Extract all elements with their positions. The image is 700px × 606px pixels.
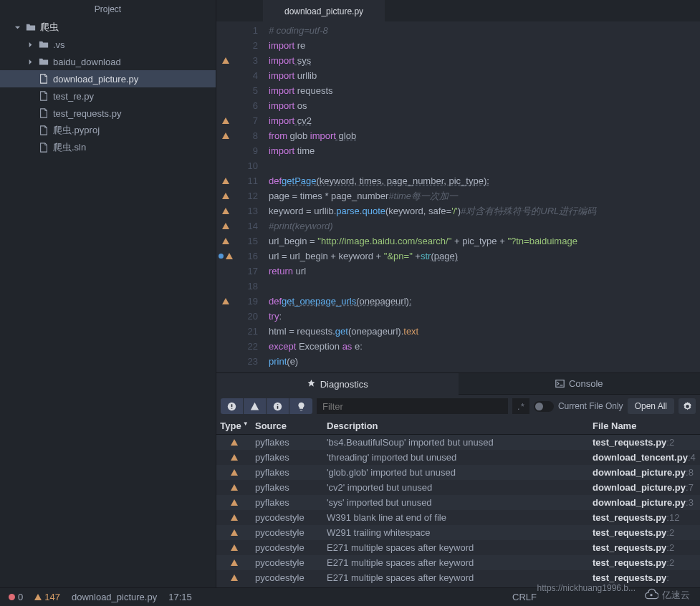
warning-icon [222,133,229,139]
status-errors[interactable]: 0 [9,592,23,602]
folder-icon [25,22,36,33]
warning-icon [222,178,229,184]
status-warnings[interactable]: 147 [34,592,60,602]
warning-icon [250,402,259,411]
table-row[interactable]: pyflakes'bs4.BeautifulSoup' imported but… [216,435,700,450]
file-icon [38,91,49,102]
tree-item[interactable]: test_requests.py [0,105,216,122]
header-filename[interactable]: File Name [585,420,700,431]
hint-icon [297,402,306,411]
cloud-icon [644,588,658,602]
warning-icon [222,298,229,304]
warning-icon [231,469,238,476]
modified-icon [219,254,224,259]
warning-icon [231,559,238,566]
editor-tab-active[interactable]: download_picture.py [263,0,385,21]
chevron-icon [27,110,34,117]
editor-pane: download_picture.py 12345678910111213141… [216,0,700,587]
tree-label: 爬虫.sln [53,141,86,154]
diagnostics-icon [307,380,316,389]
warning-icon [231,544,238,551]
file-icon [38,143,49,153]
table-row[interactable]: pyflakes'glob.glob' imported but unusedd… [216,465,700,480]
header-source[interactable]: Source [252,420,324,431]
project-sidebar: Project 爬虫.vsbaidu_downloaddownload_pict… [0,0,216,587]
chevron-icon [27,145,34,151]
gear-icon [683,402,692,411]
status-time: 17:15 [168,592,192,602]
tree-item[interactable]: test_re.py [0,87,216,105]
tree-label: download_picture.py [53,74,138,85]
tree-label: 爬虫.pyproj [53,124,100,137]
info-icon [273,402,282,411]
filter-hint-button[interactable] [289,398,312,414]
header-description[interactable]: Description [324,420,585,431]
tree-item[interactable]: baidu_download [0,53,216,70]
current-file-toggle[interactable] [534,401,554,412]
warning-icon [231,574,238,581]
svg-rect-0 [556,380,564,388]
chevron-icon [27,93,34,100]
filter-warnings-button[interactable] [244,398,267,414]
svg-point-3 [650,594,652,596]
editor-tabs: download_picture.py [216,0,700,21]
table-row[interactable]: pycodestyleW391 blank line at end of fil… [216,510,700,525]
table-row[interactable]: pyflakes'sys' imported but unuseddownloa… [216,495,700,510]
settings-button[interactable] [679,398,696,414]
warning-icon [222,117,229,124]
table-row[interactable]: pyflakes'cv2' imported but unuseddownloa… [216,480,700,495]
file-tree: 爬虫.vsbaidu_downloaddownload_picture.pyte… [0,19,216,587]
warning-icon [222,223,229,229]
code-editor[interactable]: 1234567891011121314151617181920212223 # … [216,21,700,372]
folder-icon [38,57,49,67]
sidebar-title: Project [0,0,216,19]
warning-icon [222,57,229,64]
tree-label: test_re.py [53,91,94,102]
tree-item[interactable]: 爬虫.sln [0,139,216,156]
folder-icon [38,39,49,50]
warning-triangle-icon [34,594,42,600]
bottom-panels: Diagnostics Console .* Current File Only [216,372,700,587]
filter-errors-button[interactable] [221,398,244,414]
tree-label: test_requests.py [53,108,121,119]
warning-icon [222,193,229,199]
table-row[interactable]: pycodestyleE271 multiple spaces after ke… [216,555,700,570]
warning-icon [231,514,238,521]
warning-icon [231,499,238,506]
file-icon [38,125,49,136]
chevron-icon [27,59,34,65]
console-icon [555,379,565,388]
status-filename[interactable]: download_picture.py [72,592,157,602]
current-file-label: Current File Only [558,401,623,411]
warning-icon [222,238,229,244]
warning-icon [231,454,238,461]
filter-info-button[interactable] [267,398,289,414]
table-row[interactable]: pycodestyleW291 trailing whitespacetest_… [216,525,700,540]
warning-icon [222,208,229,214]
error-dot-icon [9,594,15,600]
open-all-button[interactable]: Open All [628,398,674,414]
table-row[interactable]: pycodestyleE271 multiple spaces after ke… [216,540,700,555]
tab-diagnostics[interactable]: Diagnostics [216,373,459,395]
chevron-icon [27,128,34,134]
table-row[interactable]: pyflakes'threading' imported but unusedd… [216,450,700,465]
file-icon [38,74,49,85]
tree-item[interactable]: 爬虫.pyproj [0,122,216,139]
warning-icon [231,529,238,536]
tab-console[interactable]: Console [459,373,701,395]
regex-icon[interactable]: .* [512,398,529,414]
filter-input[interactable] [317,398,508,414]
warning-icon [226,253,233,259]
diagnostics-toolbar: .* Current File Only Open All [216,395,700,418]
chevron-icon [14,24,21,31]
tree-label: 爬虫 [40,21,59,34]
diagnostics-table: Type▼ Source Description File Name pyfla… [216,418,700,587]
watermark-brand: 亿速云 [644,588,690,602]
tree-label: baidu_download [53,57,121,67]
header-type[interactable]: Type▼ [216,420,252,431]
tree-item[interactable]: 爬虫 [0,19,216,36]
tree-item[interactable]: .vs [0,36,216,53]
tree-item[interactable]: download_picture.py [0,70,216,87]
watermark-url: https://nickhuang1996.b... [537,583,636,593]
status-lineending[interactable]: CRLF [512,592,537,602]
